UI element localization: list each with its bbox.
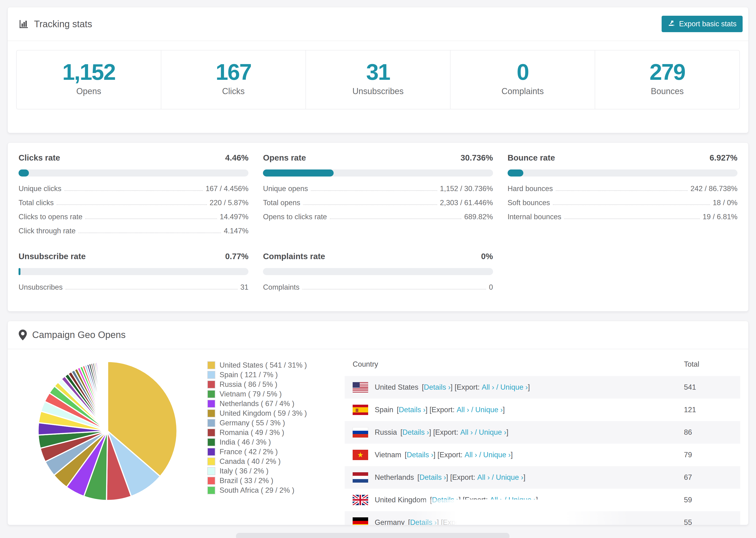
details-link[interactable]: Details › <box>424 383 451 392</box>
rate-row: Total opens2,303 / 61.446% <box>263 198 493 207</box>
rate-row: Hard bounces242 / 86.738% <box>508 185 737 193</box>
dotted-leader <box>311 190 437 191</box>
table-row: Spain [Details ›] [Export: All › / Uniqu… <box>345 399 740 421</box>
export-unique-link[interactable]: Unique › <box>479 428 507 437</box>
total-value: 86 <box>684 421 740 444</box>
export-unique-link[interactable]: Unique › <box>475 405 503 414</box>
rate-row: Click through rate4.147% <box>19 227 248 235</box>
details-link[interactable]: Details › <box>403 428 429 437</box>
legend-swatch <box>207 390 215 398</box>
legend-item: United Kingdom ( 59 / 3% ) <box>207 409 345 418</box>
dotted-leader <box>302 289 486 290</box>
netherlands-flag-icon <box>352 472 368 483</box>
total-value: 55 <box>684 511 740 525</box>
geo-pie-chart[interactable] <box>35 358 180 504</box>
table-row: Russia [Details ›] [Export: All › / Uniq… <box>345 421 740 444</box>
legend-item: France ( 42 / 2% ) <box>207 448 345 456</box>
clicks-rate-block: Clicks rate 4.46% Unique clicks167 / 4.4… <box>19 153 248 235</box>
dotted-leader <box>57 204 207 205</box>
stat-bounces-value: 279 <box>595 60 739 84</box>
bounce-rate-title: Bounce rate <box>508 153 555 162</box>
complaints-rate-progressbar <box>263 268 493 275</box>
page-title: Tracking stats <box>34 19 92 29</box>
clicks-rate-value: 4.46% <box>225 153 248 162</box>
export-all-link[interactable]: All › <box>482 383 494 392</box>
unsubscribe-rate-progressbar <box>19 268 248 275</box>
export-unique-link[interactable]: Unique › <box>483 451 511 459</box>
campaign-geo-opens-card: Campaign Geo Opens United States ( 541 /… <box>8 321 748 525</box>
legend-swatch <box>207 361 215 369</box>
table-row: Vietnam [Details ›] [Export: All › / Uni… <box>345 444 740 466</box>
stat-clicks-label: Clicks <box>161 86 305 96</box>
dotted-leader <box>564 219 700 219</box>
stat-unsubscribes-value: 31 <box>306 60 450 84</box>
legend-swatch <box>207 486 215 494</box>
geo-pie-wrap <box>8 352 207 504</box>
legend-swatch <box>207 457 215 465</box>
legend-item: Canada ( 40 / 2% ) <box>207 457 345 466</box>
dotted-leader <box>330 219 461 219</box>
rate-row: Unique clicks167 / 4.456% <box>19 185 248 193</box>
horizontal-scrollbar-thumb[interactable] <box>236 533 510 538</box>
legend-item: United States ( 541 / 31% ) <box>207 361 345 369</box>
details-link[interactable]: Details › <box>419 473 446 482</box>
dotted-leader <box>64 190 203 191</box>
legend-item: Spain ( 121 / 7% ) <box>207 371 345 379</box>
legend-swatch <box>207 429 215 437</box>
details-link[interactable]: Details › <box>406 451 433 459</box>
rate-row: Soft bounces18 / 0% <box>508 198 737 207</box>
export-all-link[interactable]: All › <box>460 428 473 437</box>
rate-row: Clicks to opens rate14.497% <box>19 213 248 221</box>
export-icon <box>668 19 675 28</box>
legend-swatch <box>207 477 215 485</box>
unsubscribe-rate-block: Unsubscribe rate 0.77% Unsubscribes31 <box>19 252 248 292</box>
country-column-header: Country <box>345 352 684 376</box>
dotted-leader <box>66 289 238 290</box>
stat-complaints: 0 Complaints <box>450 50 595 109</box>
stat-complaints-label: Complaints <box>451 86 595 96</box>
rate-row: Opens to clicks rate689.82% <box>263 213 493 221</box>
opens-rate-progressbar <box>263 170 493 177</box>
table-row: Netherlands [Details ›] [Export: All › /… <box>345 466 740 489</box>
summary-stats-box: 1,152 Opens 167 Clicks 31 Unsubscribes 0… <box>16 50 740 109</box>
export-all-link[interactable]: All › <box>477 473 490 482</box>
tracking-stats-card: Tracking stats Export basic stats 1,152 … <box>8 7 748 133</box>
export-unique-link[interactable]: Unique › <box>496 473 523 482</box>
opens-rate-title: Opens rate <box>263 153 306 162</box>
bounce-rate-value: 6.927% <box>710 153 737 162</box>
details-link[interactable]: Details › <box>399 405 426 414</box>
export-all-link[interactable]: All › <box>457 405 469 414</box>
stat-clicks: 167 Clicks <box>161 50 305 109</box>
unsubscribe-rate-value: 0.77% <box>225 252 248 261</box>
germany-flag-icon <box>352 517 368 525</box>
legend-item: Vietnam ( 79 / 5% ) <box>207 390 345 398</box>
total-value: 59 <box>684 489 740 511</box>
dotted-leader <box>85 219 217 219</box>
legend-item: Germany ( 55 / 3% ) <box>207 419 345 427</box>
legend-item: India ( 46 / 3% ) <box>207 438 345 447</box>
total-value: 79 <box>684 444 740 466</box>
dotted-leader <box>303 204 437 205</box>
legend-item: Italy ( 36 / 2% ) <box>207 467 345 475</box>
clicks-rate-title: Clicks rate <box>19 153 60 162</box>
geo-legend: United States ( 541 / 31% ) Spain ( 121 … <box>207 352 345 496</box>
export-basic-stats-button[interactable]: Export basic stats <box>662 16 743 32</box>
complaints-rate-title: Complaints rate <box>263 252 325 261</box>
export-unique-link[interactable]: Unique › <box>500 383 528 392</box>
rate-row: Unsubscribes31 <box>19 283 248 292</box>
rate-row: Unique opens1,152 / 30.736% <box>263 185 493 193</box>
export-all-link[interactable]: All › <box>465 451 477 459</box>
legend-swatch <box>207 419 215 427</box>
russia-flag-icon <box>352 427 368 438</box>
legend-swatch <box>207 400 215 408</box>
uk-flag-icon <box>352 495 368 505</box>
stat-clicks-value: 167 <box>161 60 305 84</box>
stat-unsubscribes-label: Unsubscribes <box>306 86 450 96</box>
pie-slice[interactable] <box>107 361 108 431</box>
stat-unsubscribes: 31 Unsubscribes <box>305 50 450 109</box>
rate-row: Complaints0 <box>263 283 493 292</box>
geo-header: Campaign Geo Opens <box>8 321 748 349</box>
legend-item: Russia ( 86 / 5% ) <box>207 380 345 389</box>
rate-row: Internal bounces19 / 6.81% <box>508 213 737 221</box>
stat-complaints-value: 0 <box>451 60 595 84</box>
